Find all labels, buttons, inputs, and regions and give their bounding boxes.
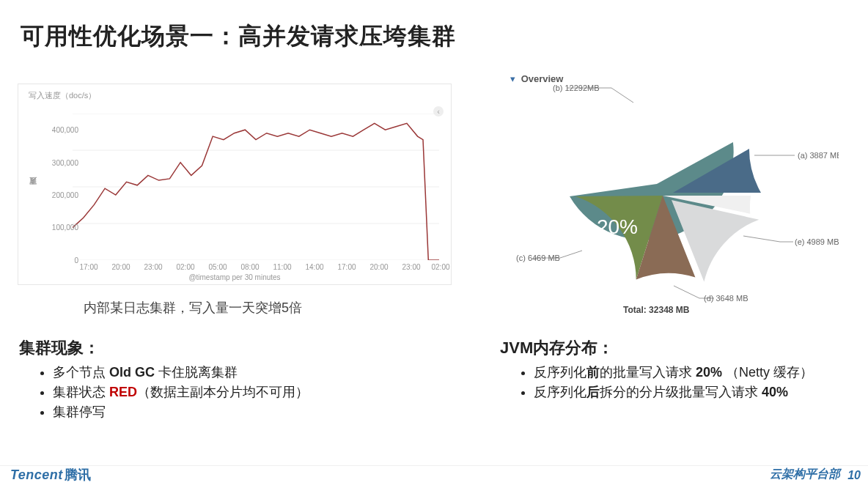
line-chart-xlabel: @timestamp per 30 minutes	[18, 273, 451, 281]
right-heading: JVM内存分布：	[500, 337, 859, 359]
tencent-logo: Tencent腾讯	[10, 466, 92, 484]
pie-label-b: (b) 12292MB	[553, 84, 600, 92]
left-bullet-3: 集群停写	[53, 403, 430, 421]
page-number: 10	[847, 469, 861, 482]
pie-label-a: (a) 3887 MB	[798, 151, 839, 160]
footer-dept: 云架构平台部	[770, 467, 840, 482]
right-text-block: JVM内存分布： 反序列化前的批量写入请求 20% （Netty 缓存） 反序列…	[500, 337, 859, 403]
line-chart-box: 写入速度（doc/s） 写入速度 ‹ 0 100,000 200,	[18, 84, 452, 285]
left-bullet-1: 多个节点 Old GC 卡住脱离集群	[53, 363, 430, 381]
pie-pct-b: 40%	[618, 142, 659, 165]
dropdown-arrow-icon: ▾	[510, 73, 515, 84]
line-chart-caption: 内部某日志集群，写入量一天突增5倍	[84, 299, 302, 317]
pie-label-d: (d) 3648 MB	[704, 294, 749, 303]
left-text-block: 集群现象： 多个节点 Old GC 卡住脱离集群 集群状态 RED（数据主副本分…	[19, 337, 430, 423]
footer: Tencent腾讯 云架构平台部 10	[0, 466, 868, 484]
right-bullet-1: 反序列化前的批量写入请求 20% （Netty 缓存）	[534, 363, 859, 381]
right-bullet-2: 反序列化后拆分的分片级批量写入请求 40%	[534, 383, 859, 401]
pie-label-e: (e) 4989 MB	[795, 237, 839, 246]
pie-chart-svg: 40% 20% (b) 12292MB (a) 3887 MB (c) 6469…	[516, 82, 839, 309]
slide-title: 可用性优化场景一：高并发请求压垮集群	[21, 21, 456, 53]
pie-label-c: (c) 6469 MB	[516, 254, 560, 262]
pie-pct-c: 20%	[597, 215, 638, 238]
left-heading: 集群现象：	[19, 337, 430, 359]
line-chart-title: 写入速度（doc/s）	[29, 90, 96, 101]
left-bullet-2: 集群状态 RED（数据主副本分片均不可用）	[53, 383, 430, 401]
pie-total: Total: 32348 MB	[623, 305, 689, 315]
line-chart-svg	[73, 114, 439, 260]
